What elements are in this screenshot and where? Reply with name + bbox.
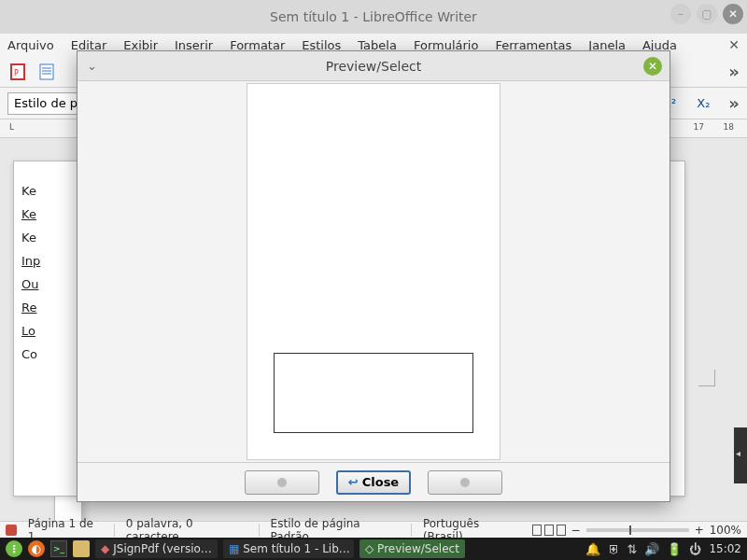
ruler-tick-18: 18: [724, 122, 734, 132]
prev-page-button[interactable]: [245, 470, 319, 495]
dialog-footer: ↩ Close: [78, 462, 669, 501]
minimize-button[interactable]: –: [670, 4, 691, 24]
document-icon[interactable]: [35, 61, 58, 83]
clock[interactable]: 15:02: [709, 542, 741, 555]
zoom-in-button[interactable]: +: [695, 524, 704, 537]
formatting-overflow-icon[interactable]: »: [728, 93, 740, 113]
files-launcher[interactable]: [73, 540, 90, 557]
toolbar-overflow-icon[interactable]: »: [728, 62, 740, 81]
dialog-collapse-icon[interactable]: ⌄: [87, 59, 97, 73]
ruler-tick-17: 17: [694, 122, 704, 132]
dialog-header: ⌄ Preview/Select ✕: [78, 51, 669, 81]
next-page-button[interactable]: [428, 470, 502, 495]
system-taskbar: ⋮ ◐ >_ ◆ JSignPdf (versio… ▦ Sem título …: [0, 538, 747, 560]
taskbar-app-preview[interactable]: ◇ Preview/Select: [359, 539, 465, 558]
zoom-out-button[interactable]: −: [571, 524, 581, 537]
taskbar-app-writer[interactable]: ▦ Sem título 1 - Lib…: [223, 539, 354, 558]
status-separator: [411, 524, 412, 537]
zoom-controls: − + 100%: [532, 524, 741, 537]
zoom-slider[interactable]: [586, 528, 689, 532]
dialog-body: [78, 81, 669, 462]
taskbar-label: JSignPdf (versio…: [113, 542, 212, 555]
close-document-icon[interactable]: ✕: [728, 37, 740, 52]
preview-select-dialog: ⌄ Preview/Select ✕ ↩ Close: [77, 50, 670, 502]
save-status-icon[interactable]: [6, 525, 17, 536]
view-mode-icons[interactable]: [532, 525, 566, 536]
battery-icon[interactable]: 🔋: [667, 542, 682, 556]
java-icon: ◇: [365, 542, 374, 555]
notification-icon[interactable]: 🔔: [585, 542, 600, 556]
dialog-close-button[interactable]: ✕: [643, 57, 662, 76]
pdf-icon: ◆: [101, 542, 109, 555]
svg-text:P: P: [14, 69, 19, 77]
terminal-launcher[interactable]: >_: [50, 540, 67, 557]
preview-page[interactable]: [247, 83, 500, 460]
close-arrow-icon: ↩: [348, 475, 359, 489]
signature-rectangle[interactable]: [274, 353, 473, 433]
firefox-launcher[interactable]: ◐: [28, 540, 45, 557]
taskbar-label: Sem título 1 - Lib…: [243, 542, 350, 555]
status-bar: Página 1 de 1 0 palavra, 0 caractere Est…: [0, 521, 747, 538]
sidebar-toggle[interactable]: [734, 427, 747, 483]
writer-icon: ▦: [229, 542, 239, 555]
taskbar-label: Preview/Select: [377, 542, 459, 555]
menu-file[interactable]: Arquivo: [7, 38, 54, 52]
shield-icon[interactable]: ⛨: [608, 542, 620, 556]
page-corner-mark: [698, 370, 715, 386]
start-menu-button[interactable]: ⋮: [6, 540, 22, 557]
status-separator: [114, 524, 115, 537]
window-controls: – ▢ ✕: [670, 4, 743, 24]
window-title: Sem título 1 - LibreOffice Writer: [270, 9, 477, 24]
ruler-left-mark: L: [9, 122, 14, 132]
subscript-button[interactable]: X₂: [697, 96, 710, 110]
paragraph-style-label: Estilo de pa: [14, 96, 85, 110]
svg-rect-2: [40, 64, 53, 79]
system-tray: 🔔 ⛨ ⇅ 🔊 🔋 ⏻ 15:02: [585, 542, 742, 556]
network-icon[interactable]: ⇅: [627, 542, 638, 556]
close-window-button[interactable]: ✕: [723, 4, 743, 24]
window-titlebar: Sem título 1 - LibreOffice Writer – ▢ ✕: [0, 0, 747, 34]
maximize-button[interactable]: ▢: [697, 4, 717, 24]
close-button-label: Close: [362, 475, 399, 489]
dialog-title: Preview/Select: [326, 59, 421, 74]
pdf-export-icon[interactable]: P: [7, 61, 30, 83]
taskbar-app-jsignpdf[interactable]: ◆ JSignPdf (versio…: [95, 539, 218, 558]
close-button[interactable]: ↩ Close: [336, 470, 411, 495]
zoom-percent[interactable]: 100%: [710, 524, 741, 537]
power-icon[interactable]: ⏻: [689, 542, 701, 556]
volume-icon[interactable]: 🔊: [644, 542, 659, 556]
status-separator: [259, 524, 260, 537]
